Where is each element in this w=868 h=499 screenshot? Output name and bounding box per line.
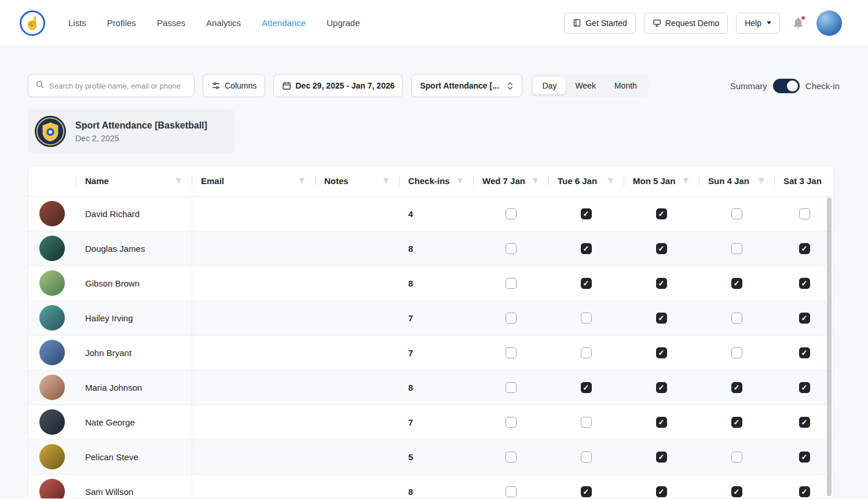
attendance-checkbox[interactable] <box>731 417 742 428</box>
attendance-checkbox[interactable] <box>656 347 667 358</box>
attendance-checkbox[interactable] <box>581 208 592 219</box>
attendance-checkbox[interactable] <box>506 347 517 358</box>
filter-icon[interactable] <box>456 177 464 185</box>
get-started-button[interactable]: Get Started <box>564 13 636 34</box>
profile-avatar[interactable] <box>39 375 65 400</box>
filter-icon[interactable] <box>607 177 614 185</box>
nav-item-passes[interactable]: Passes <box>157 18 185 28</box>
attendance-checkbox[interactable] <box>731 278 742 289</box>
date-range-button[interactable]: Dec 29, 2025 - Jan 7, 2026 <box>273 74 403 97</box>
filter-icon[interactable] <box>682 177 690 185</box>
profile-name[interactable]: Douglas James <box>76 231 192 266</box>
attendance-checkbox[interactable] <box>506 382 517 393</box>
profile-avatar[interactable] <box>39 305 65 331</box>
attendance-checkbox[interactable] <box>581 313 592 324</box>
attendance-checkbox[interactable] <box>506 452 517 463</box>
attendance-checkbox[interactable] <box>731 452 742 463</box>
attendance-checkbox[interactable] <box>799 452 810 463</box>
nav-item-lists[interactable]: Lists <box>68 18 86 28</box>
profile-avatar[interactable] <box>39 479 65 499</box>
profile-name[interactable]: Hailey Irving <box>76 300 192 335</box>
profile-name[interactable]: John Bryant <box>76 335 192 370</box>
attendance-checkbox[interactable] <box>656 208 667 219</box>
attendance-checkbox[interactable] <box>656 417 667 428</box>
notifications-bell-icon[interactable] <box>792 16 805 30</box>
profile-name[interactable]: Nate George <box>76 405 192 439</box>
profile-avatar[interactable] <box>39 340 65 365</box>
filter-icon[interactable] <box>382 177 390 185</box>
attendance-checkbox[interactable] <box>731 382 742 393</box>
attendance-checkbox[interactable] <box>656 452 667 463</box>
attendance-checkbox[interactable] <box>731 486 742 497</box>
attendance-checkbox[interactable] <box>799 278 810 289</box>
profile-name[interactable]: Maria Johnson <box>76 370 192 405</box>
attendance-checkbox[interactable] <box>506 278 517 289</box>
nav-item-profiles[interactable]: Profiles <box>107 18 136 28</box>
column-label: Email <box>201 176 224 186</box>
vertical-scrollbar[interactable] <box>827 197 832 496</box>
profile-name[interactable]: Pelican Steve <box>76 439 192 474</box>
columns-button[interactable]: Columns <box>203 74 265 97</box>
table-body: David Richard4Douglas James8Gibson Brown… <box>28 196 834 499</box>
request-demo-button[interactable]: Request Demo <box>644 13 728 34</box>
filter-icon[interactable] <box>298 177 306 185</box>
search-input[interactable] <box>49 82 187 90</box>
nav-item-upgrade[interactable]: Upgrade <box>327 18 360 28</box>
view-option-week[interactable]: Week <box>566 77 605 94</box>
profile-notes <box>315 405 399 439</box>
profile-notes <box>315 335 399 370</box>
profile-avatar[interactable] <box>39 270 65 296</box>
attendance-checkbox[interactable] <box>799 313 810 324</box>
navbar: ☝ ListsProfilesPassesAnalyticsAttendance… <box>0 0 868 46</box>
attendance-checkbox[interactable] <box>656 382 667 393</box>
event-select[interactable]: Sport Attendance [... <box>411 74 522 97</box>
checkins-count: 4 <box>408 209 413 219</box>
attendance-checkbox[interactable] <box>506 417 517 428</box>
attendance-checkbox[interactable] <box>799 208 810 219</box>
profile-name[interactable]: Gibson Brown <box>76 266 192 300</box>
attendance-checkbox[interactable] <box>799 417 810 428</box>
view-option-month[interactable]: Month <box>605 77 646 94</box>
table-row: Hailey Irving7 <box>28 300 834 335</box>
attendance-checkbox[interactable] <box>656 243 667 254</box>
attendance-checkbox[interactable] <box>506 208 517 219</box>
attendance-checkbox[interactable] <box>656 278 667 289</box>
attendance-checkbox[interactable] <box>731 208 742 219</box>
attendance-checkbox[interactable] <box>581 278 592 289</box>
filter-icon[interactable] <box>757 177 765 185</box>
attendance-checkbox[interactable] <box>581 382 592 393</box>
attendance-checkbox[interactable] <box>799 382 810 393</box>
profile-avatar[interactable] <box>39 236 65 261</box>
attendance-checkbox[interactable] <box>506 486 517 497</box>
profile-avatar[interactable] <box>39 201 65 226</box>
profile-avatar[interactable] <box>39 444 65 469</box>
filter-icon[interactable] <box>532 177 539 185</box>
attendance-checkbox[interactable] <box>506 243 517 254</box>
nav-item-analytics[interactable]: Analytics <box>206 18 241 28</box>
attendance-checkbox[interactable] <box>799 347 810 358</box>
attendance-checkbox[interactable] <box>581 452 592 463</box>
attendance-checkbox[interactable] <box>731 313 742 324</box>
attendance-checkbox[interactable] <box>731 347 742 358</box>
profile-name[interactable]: Sam Willson <box>76 474 192 499</box>
attendance-checkbox[interactable] <box>506 313 517 324</box>
attendance-checkbox[interactable] <box>656 313 667 324</box>
attendance-checkbox[interactable] <box>581 243 592 254</box>
view-option-day[interactable]: Day <box>533 77 566 94</box>
toggle-knob <box>787 80 798 91</box>
attendance-checkbox[interactable] <box>656 486 667 497</box>
app-logo[interactable]: ☝ <box>20 10 45 36</box>
user-avatar[interactable] <box>816 10 842 36</box>
summary-checkin-toggle[interactable] <box>773 79 800 93</box>
attendance-checkbox[interactable] <box>581 417 592 428</box>
profile-avatar[interactable] <box>39 409 65 435</box>
profile-name[interactable]: David Richard <box>76 196 192 231</box>
nav-item-attendance[interactable]: Attendance <box>262 18 306 28</box>
attendance-checkbox[interactable] <box>581 486 592 497</box>
attendance-checkbox[interactable] <box>581 347 592 358</box>
attendance-checkbox[interactable] <box>799 243 810 254</box>
help-button[interactable]: Help <box>736 13 780 34</box>
attendance-checkbox[interactable] <box>799 486 810 497</box>
attendance-checkbox[interactable] <box>731 243 742 254</box>
filter-icon[interactable] <box>175 177 182 185</box>
